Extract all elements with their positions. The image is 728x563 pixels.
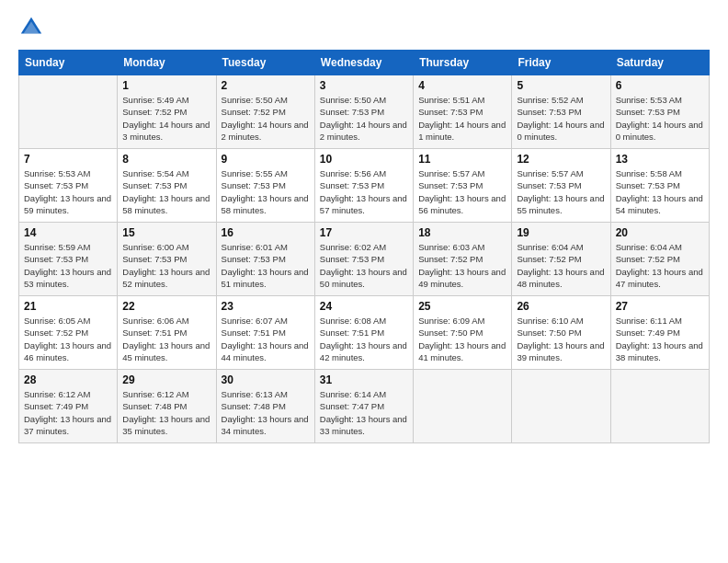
day-info: Sunrise: 6:03 AMSunset: 7:52 PMDaylight:… <box>418 241 506 290</box>
header-day-wednesday: Wednesday <box>314 51 413 75</box>
day-info: Sunrise: 6:04 AMSunset: 7:52 PMDaylight:… <box>616 241 704 290</box>
day-info: Sunrise: 6:10 AMSunset: 7:50 PMDaylight:… <box>517 315 605 363</box>
page-header <box>18 15 710 40</box>
day-number: 10 <box>320 153 408 166</box>
calendar-table: SundayMondayTuesdayWednesdayThursdayFrid… <box>18 50 710 443</box>
calendar-cell: 30Sunrise: 6:13 AMSunset: 7:48 PMDayligh… <box>216 370 314 443</box>
day-info: Sunrise: 5:59 AMSunset: 7:53 PMDaylight:… <box>24 241 112 290</box>
day-info: Sunrise: 6:12 AMSunset: 7:48 PMDaylight:… <box>122 388 210 437</box>
header-day-tuesday: Tuesday <box>216 51 314 75</box>
day-number: 25 <box>418 300 506 313</box>
header-day-sunday: Sunday <box>19 51 118 75</box>
calendar-cell: 16Sunrise: 6:01 AMSunset: 7:53 PMDayligh… <box>216 223 314 296</box>
day-number: 15 <box>122 226 210 239</box>
calendar-cell: 6Sunrise: 5:53 AMSunset: 7:53 PMDaylight… <box>610 75 709 149</box>
day-number: 21 <box>24 300 112 313</box>
day-info: Sunrise: 6:08 AMSunset: 7:51 PMDaylight:… <box>320 315 408 363</box>
calendar-cell: 14Sunrise: 5:59 AMSunset: 7:53 PMDayligh… <box>19 223 118 296</box>
day-info: Sunrise: 5:53 AMSunset: 7:53 PMDaylight:… <box>24 167 112 216</box>
calendar-cell: 2Sunrise: 5:50 AMSunset: 7:52 PMDaylight… <box>216 75 314 149</box>
calendar-cell: 13Sunrise: 5:58 AMSunset: 7:53 PMDayligh… <box>610 149 709 223</box>
day-info: Sunrise: 5:54 AMSunset: 7:53 PMDaylight:… <box>122 167 210 216</box>
calendar-cell: 3Sunrise: 5:50 AMSunset: 7:53 PMDaylight… <box>314 75 413 149</box>
day-number: 2 <box>222 79 310 92</box>
day-number: 6 <box>616 79 704 92</box>
day-info: Sunrise: 6:13 AMSunset: 7:48 PMDaylight:… <box>222 388 310 437</box>
logo-icon <box>18 15 44 40</box>
calendar-cell: 29Sunrise: 6:12 AMSunset: 7:48 PMDayligh… <box>118 370 216 443</box>
day-number: 29 <box>122 373 210 386</box>
day-info: Sunrise: 5:51 AMSunset: 7:53 PMDaylight:… <box>418 94 506 143</box>
day-number: 22 <box>122 300 210 313</box>
day-number: 18 <box>418 226 506 239</box>
header-day-saturday: Saturday <box>610 51 709 75</box>
day-number: 19 <box>517 226 605 239</box>
calendar-cell: 20Sunrise: 6:04 AMSunset: 7:52 PMDayligh… <box>610 223 709 296</box>
day-info: Sunrise: 6:00 AMSunset: 7:53 PMDaylight:… <box>122 241 210 290</box>
calendar-week-row: 1Sunrise: 5:49 AMSunset: 7:52 PMDaylight… <box>19 75 710 149</box>
header-day-monday: Monday <box>118 51 216 75</box>
day-number: 5 <box>517 79 605 92</box>
day-number: 24 <box>320 300 408 313</box>
day-number: 28 <box>24 373 112 386</box>
calendar-cell: 11Sunrise: 5:57 AMSunset: 7:53 PMDayligh… <box>414 149 512 223</box>
day-info: Sunrise: 5:58 AMSunset: 7:53 PMDaylight:… <box>616 167 704 216</box>
day-number: 26 <box>517 300 605 313</box>
day-info: Sunrise: 6:02 AMSunset: 7:53 PMDaylight:… <box>320 241 408 290</box>
calendar-cell: 31Sunrise: 6:14 AMSunset: 7:47 PMDayligh… <box>314 370 413 443</box>
day-info: Sunrise: 5:55 AMSunset: 7:53 PMDaylight:… <box>222 167 310 216</box>
day-info: Sunrise: 5:57 AMSunset: 7:53 PMDaylight:… <box>517 167 605 216</box>
day-number: 8 <box>122 153 210 166</box>
day-number: 9 <box>222 153 310 166</box>
day-info: Sunrise: 5:53 AMSunset: 7:53 PMDaylight:… <box>616 94 704 143</box>
day-number: 14 <box>24 226 112 239</box>
day-info: Sunrise: 5:56 AMSunset: 7:53 PMDaylight:… <box>320 167 408 216</box>
day-info: Sunrise: 6:05 AMSunset: 7:52 PMDaylight:… <box>24 315 112 363</box>
calendar-cell: 23Sunrise: 6:07 AMSunset: 7:51 PMDayligh… <box>216 296 314 370</box>
calendar-week-row: 7Sunrise: 5:53 AMSunset: 7:53 PMDaylight… <box>19 149 710 223</box>
day-number: 20 <box>616 226 704 239</box>
calendar-cell: 17Sunrise: 6:02 AMSunset: 7:53 PMDayligh… <box>314 223 413 296</box>
calendar-cell: 28Sunrise: 6:12 AMSunset: 7:49 PMDayligh… <box>19 370 118 443</box>
calendar-header-row: SundayMondayTuesdayWednesdayThursdayFrid… <box>19 51 710 75</box>
day-info: Sunrise: 5:52 AMSunset: 7:53 PMDaylight:… <box>517 94 605 143</box>
day-info: Sunrise: 6:07 AMSunset: 7:51 PMDaylight:… <box>222 315 310 363</box>
day-info: Sunrise: 5:49 AMSunset: 7:52 PMDaylight:… <box>122 94 210 143</box>
day-info: Sunrise: 5:50 AMSunset: 7:52 PMDaylight:… <box>222 94 310 143</box>
day-info: Sunrise: 6:11 AMSunset: 7:49 PMDaylight:… <box>616 315 704 363</box>
calendar-cell: 8Sunrise: 5:54 AMSunset: 7:53 PMDaylight… <box>118 149 216 223</box>
header-day-thursday: Thursday <box>414 51 512 75</box>
day-number: 3 <box>320 79 408 92</box>
calendar-cell <box>512 370 610 443</box>
day-number: 7 <box>24 153 112 166</box>
calendar-cell <box>414 370 512 443</box>
day-number: 13 <box>616 153 704 166</box>
day-number: 16 <box>222 226 310 239</box>
day-number: 27 <box>616 300 704 313</box>
calendar-week-row: 14Sunrise: 5:59 AMSunset: 7:53 PMDayligh… <box>19 223 710 296</box>
calendar-cell <box>19 75 118 149</box>
calendar-cell: 15Sunrise: 6:00 AMSunset: 7:53 PMDayligh… <box>118 223 216 296</box>
calendar-cell: 22Sunrise: 6:06 AMSunset: 7:51 PMDayligh… <box>118 296 216 370</box>
day-info: Sunrise: 6:01 AMSunset: 7:53 PMDaylight:… <box>222 241 310 290</box>
logo <box>18 15 48 40</box>
calendar-cell: 25Sunrise: 6:09 AMSunset: 7:50 PMDayligh… <box>414 296 512 370</box>
calendar-cell: 19Sunrise: 6:04 AMSunset: 7:52 PMDayligh… <box>512 223 610 296</box>
calendar-cell: 1Sunrise: 5:49 AMSunset: 7:52 PMDaylight… <box>118 75 216 149</box>
day-info: Sunrise: 6:04 AMSunset: 7:52 PMDaylight:… <box>517 241 605 290</box>
calendar-cell: 10Sunrise: 5:56 AMSunset: 7:53 PMDayligh… <box>314 149 413 223</box>
day-number: 23 <box>222 300 310 313</box>
calendar-cell <box>610 370 709 443</box>
calendar-cell: 26Sunrise: 6:10 AMSunset: 7:50 PMDayligh… <box>512 296 610 370</box>
calendar-week-row: 28Sunrise: 6:12 AMSunset: 7:49 PMDayligh… <box>19 370 710 443</box>
calendar-week-row: 21Sunrise: 6:05 AMSunset: 7:52 PMDayligh… <box>19 296 710 370</box>
day-number: 4 <box>418 79 506 92</box>
day-number: 30 <box>222 373 310 386</box>
day-number: 12 <box>517 153 605 166</box>
day-info: Sunrise: 6:06 AMSunset: 7:51 PMDaylight:… <box>122 315 210 363</box>
day-info: Sunrise: 6:09 AMSunset: 7:50 PMDaylight:… <box>418 315 506 363</box>
calendar-cell: 5Sunrise: 5:52 AMSunset: 7:53 PMDaylight… <box>512 75 610 149</box>
calendar-cell: 24Sunrise: 6:08 AMSunset: 7:51 PMDayligh… <box>314 296 413 370</box>
calendar-cell: 12Sunrise: 5:57 AMSunset: 7:53 PMDayligh… <box>512 149 610 223</box>
day-number: 1 <box>122 79 210 92</box>
